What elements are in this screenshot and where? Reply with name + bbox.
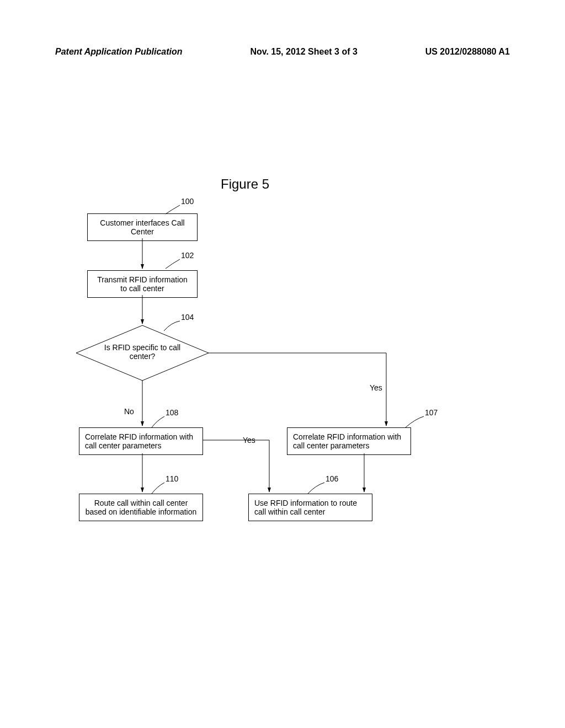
flowchart-box-102: Transmit RFID information to call center [87, 270, 198, 298]
flowchart-box-107: Correlate RFID information with call cen… [287, 427, 411, 455]
flowchart-box-106: Use RFID information to route call withi… [248, 494, 372, 521]
ref-label-107: 107 [425, 408, 438, 417]
edge-label-yes-1: Yes [370, 383, 382, 392]
header-publication-number: US 2012/0288080 A1 [425, 47, 510, 57]
box-107-text: Correlate RFID information with call cen… [293, 432, 401, 450]
box-100-text: Customer interfaces Call Center [100, 218, 184, 236]
ref-label-106: 106 [326, 474, 338, 483]
ref-label-110: 110 [166, 474, 178, 483]
header-date-sheet: Nov. 15, 2012 Sheet 3 of 3 [250, 47, 357, 57]
edge-label-no: No [124, 407, 134, 416]
box-102-text: Transmit RFID information to call center [97, 275, 188, 293]
flowchart-box-100: Customer interfaces Call Center [87, 213, 198, 241]
box-106-text: Use RFID information to route call withi… [254, 499, 357, 516]
figure-title: Figure 5 [221, 176, 269, 192]
document-header: Patent Application Publication Nov. 15, … [0, 47, 565, 57]
ref-label-102: 102 [181, 251, 194, 260]
flowchart-box-108: Correlate RFID information with call cen… [79, 427, 203, 455]
flowchart-box-110: Route call within call center based on i… [79, 494, 203, 521]
ref-label-104: 104 [181, 313, 194, 322]
diamond-104-text: Is RFID specific to call center? [104, 343, 181, 361]
flowchart-diamond-104 [76, 325, 209, 381]
ref-label-100: 100 [181, 197, 194, 206]
ref-label-108: 108 [166, 408, 178, 417]
header-publication-type: Patent Application Publication [55, 47, 183, 57]
edge-label-yes-2: Yes [243, 436, 255, 445]
box-110-text: Route call within call center based on i… [86, 499, 197, 516]
flowchart-connectors [0, 0, 565, 728]
box-108-text: Correlate RFID information with call cen… [85, 432, 193, 450]
